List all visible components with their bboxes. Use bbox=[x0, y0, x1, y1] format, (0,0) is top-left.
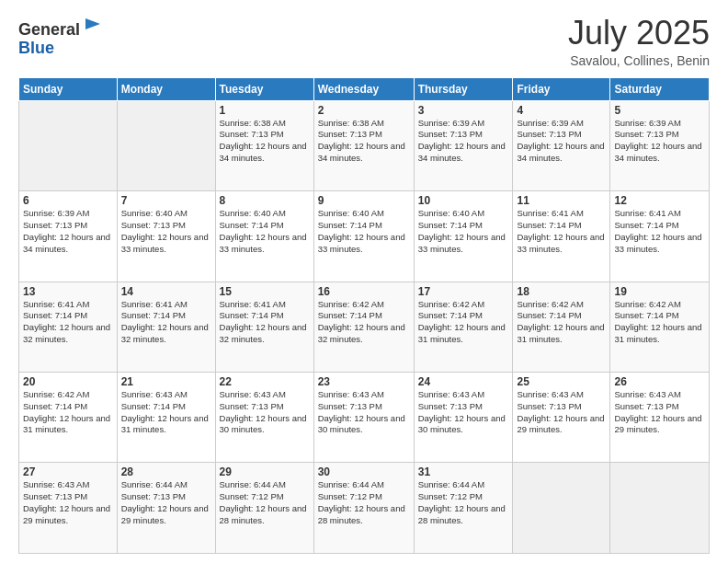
day-info: Sunrise: 6:39 AM Sunset: 7:13 PM Dayligh… bbox=[517, 118, 606, 165]
calendar-cell: 28Sunrise: 6:44 AM Sunset: 7:13 PM Dayli… bbox=[117, 463, 215, 554]
day-info: Sunrise: 6:41 AM Sunset: 7:14 PM Dayligh… bbox=[517, 208, 606, 255]
day-number: 22 bbox=[220, 375, 310, 388]
day-info: Sunrise: 6:43 AM Sunset: 7:13 PM Dayligh… bbox=[418, 389, 509, 436]
day-info: Sunrise: 6:40 AM Sunset: 7:13 PM Dayligh… bbox=[121, 208, 211, 255]
calendar-cell: 29Sunrise: 6:44 AM Sunset: 7:12 PM Dayli… bbox=[215, 463, 313, 554]
calendar-cell: 15Sunrise: 6:41 AM Sunset: 7:14 PM Dayli… bbox=[215, 282, 313, 372]
title-block: July 2025 Savalou, Collines, Benin bbox=[568, 15, 710, 68]
calendar-cell: 17Sunrise: 6:42 AM Sunset: 7:14 PM Dayli… bbox=[414, 282, 513, 372]
calendar-cell: 21Sunrise: 6:43 AM Sunset: 7:14 PM Dayli… bbox=[117, 373, 215, 463]
calendar-week-row: 13Sunrise: 6:41 AM Sunset: 7:14 PM Dayli… bbox=[19, 282, 710, 372]
day-number: 11 bbox=[517, 194, 606, 207]
calendar-cell: 3Sunrise: 6:39 AM Sunset: 7:13 PM Daylig… bbox=[414, 100, 513, 190]
calendar-cell: 10Sunrise: 6:40 AM Sunset: 7:14 PM Dayli… bbox=[414, 191, 513, 282]
day-number: 10 bbox=[418, 194, 509, 207]
day-info: Sunrise: 6:41 AM Sunset: 7:14 PM Dayligh… bbox=[614, 208, 705, 255]
day-number: 30 bbox=[318, 465, 410, 478]
page: General Blue July 2025 Savalou, Collines… bbox=[0, 0, 728, 563]
day-info: Sunrise: 6:44 AM Sunset: 7:12 PM Dayligh… bbox=[418, 479, 509, 526]
logo: General Blue bbox=[18, 15, 102, 58]
day-number: 13 bbox=[23, 285, 113, 298]
day-info: Sunrise: 6:40 AM Sunset: 7:14 PM Dayligh… bbox=[318, 208, 410, 255]
calendar-cell: 24Sunrise: 6:43 AM Sunset: 7:13 PM Dayli… bbox=[414, 373, 513, 463]
calendar-week-row: 20Sunrise: 6:42 AM Sunset: 7:14 PM Dayli… bbox=[19, 373, 710, 463]
calendar-day-header: Monday bbox=[117, 77, 215, 100]
calendar-cell: 13Sunrise: 6:41 AM Sunset: 7:14 PM Dayli… bbox=[19, 282, 118, 372]
day-number: 2 bbox=[318, 104, 410, 117]
day-number: 21 bbox=[121, 375, 211, 388]
day-info: Sunrise: 6:43 AM Sunset: 7:13 PM Dayligh… bbox=[318, 389, 410, 436]
calendar-cell: 5Sunrise: 6:39 AM Sunset: 7:13 PM Daylig… bbox=[610, 100, 710, 190]
logo-blue-line: Blue bbox=[18, 40, 102, 58]
day-info: Sunrise: 6:43 AM Sunset: 7:13 PM Dayligh… bbox=[517, 389, 606, 436]
day-info: Sunrise: 6:38 AM Sunset: 7:13 PM Dayligh… bbox=[220, 118, 310, 165]
calendar-week-row: 1Sunrise: 6:38 AM Sunset: 7:13 PM Daylig… bbox=[19, 100, 710, 190]
day-info: Sunrise: 6:42 AM Sunset: 7:14 PM Dayligh… bbox=[23, 389, 113, 436]
day-info: Sunrise: 6:40 AM Sunset: 7:14 PM Dayligh… bbox=[418, 208, 509, 255]
day-number: 31 bbox=[418, 465, 509, 478]
day-info: Sunrise: 6:44 AM Sunset: 7:13 PM Dayligh… bbox=[121, 479, 211, 526]
day-number: 17 bbox=[418, 285, 509, 298]
calendar-cell: 23Sunrise: 6:43 AM Sunset: 7:13 PM Dayli… bbox=[313, 373, 414, 463]
calendar-cell: 27Sunrise: 6:43 AM Sunset: 7:13 PM Dayli… bbox=[19, 463, 118, 554]
day-number: 3 bbox=[418, 104, 509, 117]
calendar-cell: 26Sunrise: 6:43 AM Sunset: 7:13 PM Dayli… bbox=[610, 373, 710, 463]
day-number: 12 bbox=[614, 194, 705, 207]
calendar-cell: 31Sunrise: 6:44 AM Sunset: 7:12 PM Dayli… bbox=[414, 463, 513, 554]
calendar-cell bbox=[19, 100, 118, 190]
header: General Blue July 2025 Savalou, Collines… bbox=[18, 15, 710, 68]
calendar-cell: 11Sunrise: 6:41 AM Sunset: 7:14 PM Dayli… bbox=[513, 191, 610, 282]
calendar-cell bbox=[117, 100, 215, 190]
logo-general-line: General bbox=[18, 15, 102, 40]
day-info: Sunrise: 6:38 AM Sunset: 7:13 PM Dayligh… bbox=[318, 118, 410, 165]
day-number: 20 bbox=[23, 375, 113, 388]
day-info: Sunrise: 6:43 AM Sunset: 7:13 PM Dayligh… bbox=[23, 479, 113, 526]
svg-marker-0 bbox=[85, 18, 100, 29]
logo-general: General bbox=[18, 20, 80, 39]
calendar-cell: 4Sunrise: 6:39 AM Sunset: 7:13 PM Daylig… bbox=[513, 100, 610, 190]
day-info: Sunrise: 6:42 AM Sunset: 7:14 PM Dayligh… bbox=[418, 299, 509, 346]
day-number: 27 bbox=[23, 465, 113, 478]
calendar-cell: 16Sunrise: 6:42 AM Sunset: 7:14 PM Dayli… bbox=[313, 282, 414, 372]
calendar-week-row: 27Sunrise: 6:43 AM Sunset: 7:13 PM Dayli… bbox=[19, 463, 710, 554]
day-number: 9 bbox=[318, 194, 410, 207]
calendar-cell bbox=[610, 463, 710, 554]
calendar-cell: 2Sunrise: 6:38 AM Sunset: 7:13 PM Daylig… bbox=[313, 100, 414, 190]
day-number: 4 bbox=[517, 104, 606, 117]
day-info: Sunrise: 6:43 AM Sunset: 7:14 PM Dayligh… bbox=[121, 389, 211, 436]
day-number: 16 bbox=[318, 285, 410, 298]
day-info: Sunrise: 6:39 AM Sunset: 7:13 PM Dayligh… bbox=[614, 118, 705, 165]
day-number: 7 bbox=[121, 194, 211, 207]
day-info: Sunrise: 6:41 AM Sunset: 7:14 PM Dayligh… bbox=[220, 299, 310, 346]
calendar-cell: 14Sunrise: 6:41 AM Sunset: 7:14 PM Dayli… bbox=[117, 282, 215, 372]
calendar-day-header: Tuesday bbox=[215, 77, 313, 100]
day-number: 23 bbox=[318, 375, 410, 388]
day-number: 29 bbox=[220, 465, 310, 478]
day-number: 19 bbox=[614, 285, 705, 298]
day-info: Sunrise: 6:39 AM Sunset: 7:13 PM Dayligh… bbox=[418, 118, 509, 165]
day-number: 14 bbox=[121, 285, 211, 298]
calendar-cell: 25Sunrise: 6:43 AM Sunset: 7:13 PM Dayli… bbox=[513, 373, 610, 463]
day-number: 26 bbox=[614, 375, 705, 388]
calendar-cell: 9Sunrise: 6:40 AM Sunset: 7:14 PM Daylig… bbox=[313, 191, 414, 282]
calendar-cell: 12Sunrise: 6:41 AM Sunset: 7:14 PM Dayli… bbox=[610, 191, 710, 282]
calendar-cell: 18Sunrise: 6:42 AM Sunset: 7:14 PM Dayli… bbox=[513, 282, 610, 372]
title-location: Savalou, Collines, Benin bbox=[568, 53, 710, 68]
day-info: Sunrise: 6:44 AM Sunset: 7:12 PM Dayligh… bbox=[318, 479, 410, 526]
day-info: Sunrise: 6:43 AM Sunset: 7:13 PM Dayligh… bbox=[220, 389, 310, 436]
day-number: 28 bbox=[121, 465, 211, 478]
day-number: 6 bbox=[23, 194, 113, 207]
calendar-week-row: 6Sunrise: 6:39 AM Sunset: 7:13 PM Daylig… bbox=[19, 191, 710, 282]
day-info: Sunrise: 6:39 AM Sunset: 7:13 PM Dayligh… bbox=[23, 208, 113, 255]
day-number: 8 bbox=[220, 194, 310, 207]
calendar-day-header: Wednesday bbox=[313, 77, 414, 100]
day-info: Sunrise: 6:41 AM Sunset: 7:14 PM Dayligh… bbox=[121, 299, 211, 346]
calendar-cell: 22Sunrise: 6:43 AM Sunset: 7:13 PM Dayli… bbox=[215, 373, 313, 463]
day-info: Sunrise: 6:43 AM Sunset: 7:13 PM Dayligh… bbox=[614, 389, 705, 436]
day-number: 15 bbox=[220, 285, 310, 298]
day-info: Sunrise: 6:41 AM Sunset: 7:14 PM Dayligh… bbox=[23, 299, 113, 346]
calendar-day-header: Thursday bbox=[414, 77, 513, 100]
day-info: Sunrise: 6:42 AM Sunset: 7:14 PM Dayligh… bbox=[318, 299, 410, 346]
logo-blue: Blue bbox=[18, 39, 54, 57]
calendar-cell: 30Sunrise: 6:44 AM Sunset: 7:12 PM Dayli… bbox=[313, 463, 414, 554]
